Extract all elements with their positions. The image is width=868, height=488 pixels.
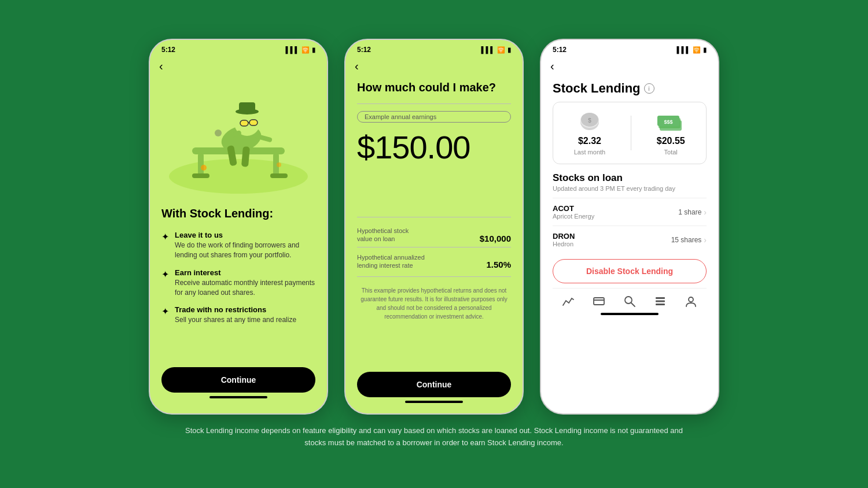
home-indicator-1 (209, 396, 267, 398)
chevron-icon-1: › (704, 208, 707, 217)
coin-icon: $ (575, 110, 604, 134)
status-icons-3: ▌▌▌ 🛜 ▮ (677, 46, 707, 54)
stock-row-dron[interactable]: DRON Hedron 15 shares › (553, 225, 707, 253)
search-icon[interactable] (621, 293, 638, 309)
feature-desc-2: Receive automatic monthly interest payme… (175, 278, 315, 298)
calc-value-2: 1.50% (486, 260, 511, 269)
back-button-3[interactable]: ‹ (541, 56, 718, 75)
phone-2: 5:12 ▌▌▌ 🛜 ▮ ‹ How much could I make? Ex… (344, 39, 524, 415)
wifi-icon: 🛜 (301, 46, 310, 54)
battery-icon-2: ▮ (507, 46, 511, 54)
footer-text: Stock Lending income depends on feature … (185, 425, 683, 449)
calc-row-2: Hypothetical annualizedlending interest … (357, 247, 511, 273)
phone-1: 5:12 ▌▌▌ 🛜 ▮ ‹ (149, 39, 328, 415)
stock-shares-2: 15 shares › (671, 235, 707, 245)
character-svg (157, 78, 319, 194)
earnings-item-total: $$$ $20.55 Total (656, 110, 685, 156)
battery-icon-3: ▮ (703, 46, 707, 54)
phone1-content: With Stock Lending: ✦ Leave it to us We … (150, 197, 327, 413)
signal-icon-3: ▌▌▌ (677, 46, 690, 53)
svg-point-30 (625, 297, 632, 304)
back-button-1[interactable]: ‹ (150, 56, 327, 75)
status-icons-2: ▌▌▌ 🛜 ▮ (481, 46, 511, 54)
feature-desc-1: We do the work of finding borrowers and … (175, 241, 315, 260)
last-month-amount: $2.32 (578, 136, 601, 146)
card-icon[interactable] (591, 293, 607, 309)
svg-point-18 (201, 165, 207, 171)
feature-item-2: ✦ Earn interest Receive automatic monthl… (161, 268, 315, 298)
stock-ticker-1: ACOT (553, 204, 594, 213)
svg-point-19 (277, 162, 281, 167)
total-amount: $20.55 (657, 136, 685, 146)
svg-rect-8 (240, 120, 248, 126)
battery-icon: ▮ (312, 46, 315, 54)
svg-rect-32 (656, 297, 665, 299)
earnings-card: $ $2.32 Last month $$$ (553, 102, 707, 164)
continue-button-1[interactable]: Continue (161, 367, 315, 393)
profile-icon[interactable] (683, 293, 699, 309)
divider-2c (357, 276, 511, 277)
calc-row-1: Hypothetical stockvalue on loan $10,000 (357, 221, 511, 247)
wifi-icon-3: 🛜 (693, 46, 701, 54)
signal-icon: ▌▌▌ (286, 46, 299, 53)
page-title-row: Stock Lending i (553, 81, 707, 96)
divider-2b (357, 217, 511, 217)
svg-rect-33 (656, 301, 665, 302)
svg-rect-5 (270, 173, 288, 178)
phone3-content: Stock Lending i $ $2.32 Last month (541, 75, 718, 413)
menu-icon[interactable] (652, 293, 668, 309)
bullet-3: ✦ (161, 306, 169, 317)
divider-2a (357, 103, 511, 104)
svg-rect-28 (594, 298, 604, 305)
wifi-icon-2: 🛜 (497, 46, 505, 54)
calc-value-1: $10,000 (480, 234, 511, 243)
svg-rect-2 (198, 153, 204, 176)
stocks-section-subtitle: Updated around 3 PM ET every trading day (553, 185, 707, 192)
earnings-badge: Example annual earnings (357, 111, 511, 123)
back-button-2[interactable]: ‹ (345, 56, 523, 75)
continue-button-2[interactable]: Continue (357, 372, 511, 397)
svg-rect-4 (192, 173, 209, 178)
cash-icon: $$$ (656, 110, 685, 134)
chart-icon[interactable] (560, 293, 576, 309)
feature-title-3: Trade with no restrictions (175, 305, 296, 314)
svg-rect-12 (239, 102, 255, 113)
stock-ticker-2: DRON (553, 232, 575, 241)
stocks-section-title: Stocks on loan (553, 172, 707, 184)
svg-text:$$$: $$$ (664, 119, 673, 125)
time-3: 5:12 (553, 46, 567, 54)
page-title-3: Stock Lending (553, 81, 641, 96)
stock-name-1: Apricot Energy (553, 213, 594, 220)
phone-3: 5:12 ▌▌▌ 🛜 ▮ ‹ Stock Lending i (540, 39, 719, 415)
calc-label-1: Hypothetical stockvalue on loan (357, 227, 409, 243)
feature-item-1: ✦ Leave it to us We do the work of findi… (161, 231, 315, 260)
svg-point-17 (215, 130, 222, 136)
total-label: Total (664, 149, 678, 156)
home-indicator-3 (601, 313, 659, 315)
status-bar-2: 5:12 ▌▌▌ 🛜 ▮ (345, 40, 523, 56)
status-bar-3: 5:12 ▌▌▌ 🛜 ▮ (541, 40, 718, 56)
phone1-title: With Stock Lending: (161, 207, 315, 220)
svg-line-31 (631, 303, 635, 306)
card-divider (631, 116, 631, 150)
feature-title-2: Earn interest (175, 268, 315, 277)
home-indicator-2 (405, 401, 463, 403)
chevron-icon-2: › (704, 235, 707, 245)
signal-icon-2: ▌▌▌ (481, 46, 495, 53)
svg-rect-9 (249, 120, 258, 125)
disable-button[interactable]: Disable Stock Lending (553, 259, 707, 283)
feature-item-3: ✦ Trade with no restrictions Sell your s… (161, 305, 315, 325)
hero-illustration (150, 75, 327, 197)
earnings-item-last-month: $ $2.32 Last month (574, 110, 605, 156)
status-icons-1: ▌▌▌ 🛜 ▮ (286, 46, 315, 54)
svg-point-35 (689, 297, 693, 302)
bullet-1: ✦ (161, 231, 169, 242)
stock-shares-1: 1 share › (678, 208, 707, 217)
calc-label-2: Hypothetical annualizedlending interest … (357, 253, 425, 270)
nav-bar (553, 288, 707, 309)
stock-name-2: Hedron (553, 241, 575, 247)
time-1: 5:12 (161, 46, 175, 54)
stock-row-acot[interactable]: ACOT Apricot Energy 1 share › (553, 198, 707, 225)
phone2-content: How much could I make? Example annual ea… (345, 75, 523, 413)
info-icon[interactable]: i (644, 83, 654, 94)
